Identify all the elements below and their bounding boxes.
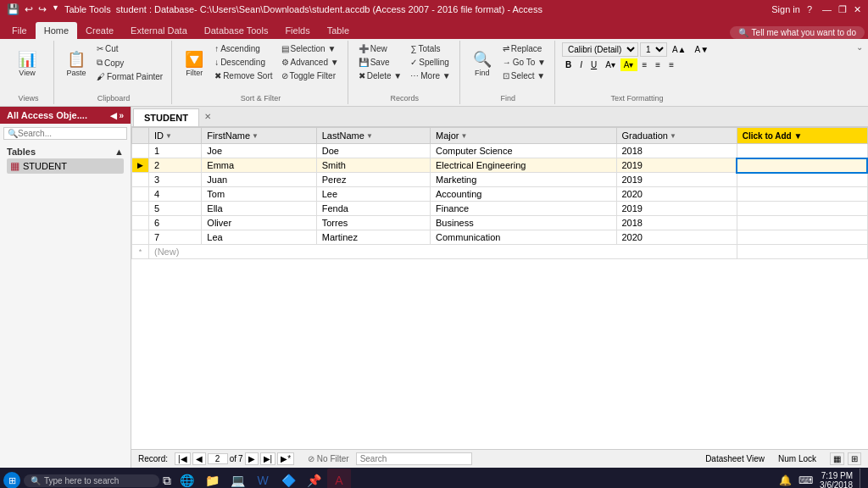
toggle-filter-button[interactable]: ⊘Toggle Filter [278,69,342,82]
cell-major[interactable]: Business [431,216,616,230]
close-btn[interactable]: ✕ [854,4,861,15]
cell-extra[interactable] [737,230,867,245]
tell-me-bar[interactable]: 🔍 Tell me what you want to do [730,26,865,39]
font-select[interactable]: Calibri (Detail) [562,42,638,57]
select-button[interactable]: ⊡Select ▼ [499,69,549,82]
id-filter-arrow[interactable]: ▼ [165,132,172,140]
tab-student[interactable]: STUDENT [133,108,199,126]
col-id[interactable]: ID ▼ [149,128,202,144]
cell-lastname[interactable]: Lee [316,187,430,202]
nav-item-student[interactable]: ▦ STUDENT [7,158,124,174]
tab-create[interactable]: Create [77,22,122,39]
underline-btn[interactable]: U [587,58,600,71]
remove-sort-button[interactable]: ✖Remove Sort [211,69,275,82]
lastname-filter-arrow[interactable]: ▼ [366,132,373,140]
cell-lastname[interactable]: Smith [316,158,430,173]
cell-firstname[interactable]: Oliver [202,216,316,230]
pivot-view-btn[interactable]: ⊞ [848,452,861,465]
minimize-btn[interactable]: — [822,4,832,14]
dropdown-btn[interactable]: ▼ [52,3,59,15]
col-major[interactable]: Major ▼ [431,128,616,144]
cell-major[interactable]: Communication [431,230,616,245]
taskbar-app-calculator[interactable]: 💻 [225,469,249,488]
save-quick-btn[interactable]: 💾 [7,3,19,15]
bold-btn[interactable]: B [562,58,575,71]
advanced-button[interactable]: ⚙Advanced ▼ [278,56,342,69]
cell-grad[interactable]: 2020 [616,230,737,245]
keyboard-icon[interactable]: ⌨ [798,474,813,486]
totals-button[interactable]: ∑Totals [407,42,453,55]
tab-home[interactable]: Home [36,22,77,39]
major-filter-arrow[interactable]: ▼ [461,132,468,140]
cell-extra[interactable] [737,187,867,202]
col-graduation[interactable]: Graduation ▼ [616,128,737,144]
taskbar-app-vscode[interactable]: 🔷 [276,469,300,488]
cell-lastname[interactable]: Fenda [316,202,430,216]
sign-in-btn[interactable]: Sign in [771,4,800,14]
font-size-select[interactable]: 11 [640,42,667,57]
find-button[interactable]: 🔍 Find [467,42,498,86]
cell-grad[interactable]: 2019 [616,202,737,216]
filter-button[interactable]: 🔽 Filter [179,42,209,86]
cell-extra[interactable] [737,216,867,230]
cell-edit[interactable] [737,158,867,173]
highlight-btn[interactable]: A▾ [620,58,637,71]
paste-button[interactable]: 📋 Paste [61,42,92,86]
tables-toggle[interactable]: ▲ [114,147,124,157]
replace-button[interactable]: ⇌Replace [499,42,549,55]
task-view-btn[interactable]: ⧉ [163,474,171,488]
font-color-btn[interactable]: A▾ [602,58,619,71]
undo-btn[interactable]: ↩ [25,3,33,15]
taskbar-search-box[interactable]: 🔍 Type here to search [24,474,159,487]
taskbar-app-explorer[interactable]: 📁 [200,469,224,488]
descending-button[interactable]: ↓Descending [211,56,275,69]
taskbar-app-word[interactable]: W [251,469,275,488]
nav-prev-btn[interactable]: ◀ [192,452,206,465]
nav-new-btn[interactable]: ▶* [277,452,294,465]
tab-database-tools[interactable]: Database Tools [196,22,277,39]
cell-id[interactable]: 5 [149,202,202,216]
selection-button[interactable]: ▤Selection ▼ [278,42,342,55]
cell-firstname[interactable]: Juan [202,173,316,187]
cell-firstname[interactable]: Joe [202,144,316,158]
redo-btn[interactable]: ↪ [38,3,47,15]
cell-major[interactable]: Finance [431,202,616,216]
new-row-label[interactable]: (New) [149,245,737,259]
cell-major[interactable]: Electrical Engineering [431,158,616,173]
cell-extra[interactable] [737,245,867,259]
nav-first-btn[interactable]: |◀ [175,452,191,465]
panel-collapse-btn[interactable]: ◀ » [110,111,124,120]
cell-grad[interactable]: 2018 [616,216,737,230]
cell-extra[interactable] [737,202,867,216]
italic-btn[interactable]: I [576,58,586,71]
cell-id[interactable]: 3 [149,173,202,187]
save-button[interactable]: 💾Save [355,56,406,69]
cell-firstname[interactable]: Emma [202,158,316,173]
align-right-btn[interactable]: ≡ [665,58,677,71]
col-firstname[interactable]: FirstName ▼ [202,128,316,144]
taskbar-app-sticky[interactable]: 📌 [302,469,326,488]
view-button[interactable]: 📊 View [8,42,46,86]
firstname-filter-arrow[interactable]: ▼ [252,132,259,140]
cell-grad[interactable]: 2019 [616,158,737,173]
cell-extra[interactable] [737,173,867,187]
cell-firstname[interactable]: Tom [202,187,316,202]
cell-lastname[interactable]: Torres [316,216,430,230]
new-record-button[interactable]: ➕New [355,42,406,55]
datasheet-view-btn[interactable]: ▦ [830,452,844,465]
cell-id[interactable]: 6 [149,216,202,230]
align-center-btn[interactable]: ≡ [652,58,664,71]
cell-lastname[interactable]: Doe [316,144,430,158]
restore-btn[interactable]: ❐ [838,4,847,15]
spelling-button[interactable]: ✓Spelling [407,56,453,69]
delete-button[interactable]: ✖Delete ▼ [355,69,406,82]
col-lastname[interactable]: LastName ▼ [316,128,430,144]
show-desktop-btn[interactable] [860,469,865,488]
taskbar-clock[interactable]: 7:19 PM 3/6/2018 [820,471,853,488]
cell-lastname[interactable]: Perez [316,173,430,187]
align-left-btn[interactable]: ≡ [639,58,651,71]
cell-major[interactable]: Computer Science [431,144,616,158]
more-button[interactable]: ⋯More ▼ [407,69,453,82]
cell-major[interactable]: Accounting [431,187,616,202]
tab-file[interactable]: File [3,22,36,39]
